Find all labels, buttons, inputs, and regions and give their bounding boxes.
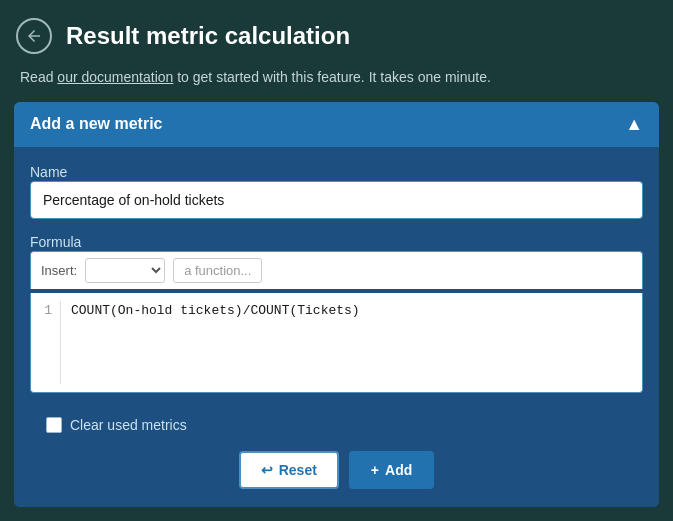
reset-button[interactable]: ↩ Reset — [239, 451, 339, 489]
form-actions: ↩ Reset + Add — [30, 447, 643, 505]
formula-content[interactable]: COUNT(On-hold tickets)/COUNT(Tickets) — [61, 301, 642, 384]
add-button[interactable]: + Add — [349, 451, 434, 489]
insert-select[interactable] — [85, 258, 165, 283]
line-numbers: 1 — [31, 301, 61, 384]
card-body: Name Formula Insert: a function... 1 COU… — [14, 147, 659, 507]
name-label: Name — [30, 164, 67, 180]
clear-metrics-label: Clear used metrics — [70, 417, 187, 433]
footer-row: Clear used metrics — [30, 407, 643, 447]
card-header: Add a new metric ▲ — [14, 102, 659, 147]
page-title: Result metric calculation — [66, 22, 350, 50]
reset-icon: ↩ — [261, 462, 273, 478]
chevron-up-icon[interactable]: ▲ — [625, 114, 643, 135]
back-button[interactable] — [16, 18, 52, 54]
function-button[interactable]: a function... — [173, 258, 262, 283]
back-arrow-icon — [25, 27, 43, 45]
documentation-link[interactable]: our documentation — [57, 69, 173, 85]
reset-label: Reset — [279, 462, 317, 478]
subtitle-suffix: to get started with this feature. It tak… — [173, 69, 491, 85]
formula-editor: 1 COUNT(On-hold tickets)/COUNT(Tickets) — [30, 293, 643, 393]
add-label: Add — [385, 462, 412, 478]
name-input[interactable] — [30, 181, 643, 219]
formula-toolbar: Insert: a function... — [30, 251, 643, 289]
subtitle: Read our documentation to get started wi… — [0, 68, 673, 102]
subtitle-prefix: Read — [20, 69, 57, 85]
insert-label: Insert: — [41, 263, 77, 278]
add-metric-card: Add a new metric ▲ Name Formula Insert: … — [14, 102, 659, 507]
card-header-title: Add a new metric — [30, 115, 162, 133]
line-number: 1 — [44, 303, 52, 318]
formula-section: Formula Insert: a function... 1 COUNT(On… — [30, 233, 643, 393]
page-header: Result metric calculation — [0, 0, 673, 68]
add-icon: + — [371, 462, 379, 478]
clear-metrics-wrapper: Clear used metrics — [46, 417, 627, 433]
formula-label: Formula — [30, 234, 81, 250]
clear-metrics-checkbox[interactable] — [46, 417, 62, 433]
